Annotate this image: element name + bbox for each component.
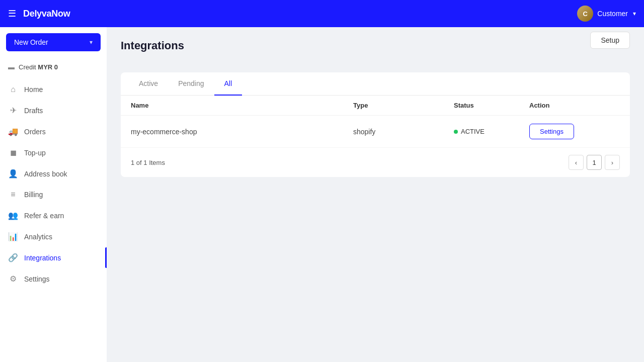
integrations-icon: 🔗	[8, 253, 18, 262]
row-type: shopify	[353, 128, 454, 136]
main-content: Integrations Setup Active Pending All Na…	[107, 27, 644, 362]
row-settings-button[interactable]: Settings	[529, 124, 574, 139]
sidebar-item-drafts[interactable]: ✈ Drafts	[0, 100, 107, 121]
sidebar-item-address-book[interactable]: 👤 Address book	[0, 163, 107, 184]
new-order-label: New Order	[14, 38, 48, 46]
sidebar-item-label: Integrations	[24, 254, 61, 262]
pagination-info: 1 of 1 Items	[131, 159, 165, 166]
refer-earn-icon: 👥	[8, 211, 18, 220]
sidebar-item-label: Top-up	[24, 149, 46, 157]
new-order-chevron-icon: ▾	[90, 39, 93, 46]
sidebar-item-refer-earn[interactable]: 👥 Refer & earn	[0, 205, 107, 226]
sidebar-item-label: Orders	[24, 128, 46, 136]
sidebar-nav: ⌂ Home ✈ Drafts 🚚 Orders ◼ Top-up 👤 Addr…	[0, 79, 107, 290]
tab-active[interactable]: Active	[129, 72, 168, 96]
address-book-icon: 👤	[8, 169, 18, 178]
sidebar-item-home[interactable]: ⌂ Home	[0, 79, 107, 100]
credit-bar: ▬ Credit MYR 0	[0, 59, 107, 79]
sidebar-item-label: Home	[24, 85, 43, 94]
page-title: Integrations	[121, 39, 184, 52]
credit-text: Credit MYR 0	[19, 63, 58, 71]
logo: DelyvaNow	[23, 9, 70, 19]
table-header: Name Type Status Action	[121, 96, 630, 116]
tabs: Active Pending All	[121, 72, 630, 96]
table-row: my-ecommerce-shop shopify ACTIVE Setting…	[121, 116, 630, 148]
sidebar-item-label: Address book	[24, 170, 67, 178]
sidebar-item-label: Refer & earn	[24, 212, 64, 220]
setup-button[interactable]: Setup	[590, 32, 630, 49]
avatar: C	[577, 6, 593, 22]
orders-icon: 🚚	[8, 127, 18, 136]
status-dot-icon	[454, 130, 458, 134]
sidebar-item-billing[interactable]: ≡ Billing	[0, 185, 107, 205]
prev-page-button[interactable]: ‹	[569, 155, 584, 170]
settings-icon: ⚙	[8, 274, 18, 284]
credit-icon: ▬	[8, 63, 15, 71]
col-status: Status	[454, 102, 529, 109]
sidebar-item-settings[interactable]: ⚙ Settings	[0, 268, 107, 289]
sidebar-item-label: Settings	[24, 275, 50, 283]
col-type: Type	[353, 102, 454, 109]
sidebar-item-label: Analytics	[24, 233, 52, 241]
status-badge: ACTIVE	[454, 128, 529, 135]
col-action: Action	[529, 102, 620, 109]
sidebar: New Order ▾ ▬ Credit MYR 0 ⌂ Home ✈ Draf…	[0, 27, 107, 362]
sidebar-item-integrations[interactable]: 🔗 Integrations	[0, 247, 107, 268]
tab-pending[interactable]: Pending	[168, 72, 214, 96]
header-left: ☰ DelyvaNow	[8, 8, 70, 19]
analytics-icon: 📊	[8, 232, 18, 241]
next-page-button[interactable]: ›	[605, 155, 620, 170]
menu-icon[interactable]: ☰	[8, 8, 16, 19]
billing-icon: ≡	[8, 190, 18, 199]
current-page-button[interactable]: 1	[587, 155, 602, 170]
action-cell: Settings	[529, 124, 620, 139]
drafts-icon: ✈	[8, 106, 18, 115]
header-right: C Customer ▾	[577, 6, 636, 22]
sidebar-item-label: Billing	[24, 191, 43, 199]
chevron-down-icon[interactable]: ▾	[633, 10, 636, 17]
topup-icon: ◼	[8, 148, 18, 157]
status-text: ACTIVE	[461, 128, 485, 135]
col-name: Name	[131, 102, 353, 109]
tab-all[interactable]: All	[214, 72, 243, 96]
home-icon: ⌂	[8, 85, 18, 94]
pagination-controls: ‹ 1 ›	[569, 155, 620, 170]
header: ☰ DelyvaNow C Customer ▾	[0, 0, 644, 27]
row-name: my-ecommerce-shop	[131, 128, 353, 136]
sidebar-item-label: Drafts	[24, 107, 43, 115]
integrations-card: Active Pending All Name Type Status Acti…	[121, 72, 630, 177]
sidebar-item-topup[interactable]: ◼ Top-up	[0, 142, 107, 163]
layout: New Order ▾ ▬ Credit MYR 0 ⌂ Home ✈ Draf…	[0, 27, 644, 362]
new-order-button[interactable]: New Order ▾	[6, 33, 101, 51]
customer-name: Customer	[597, 10, 628, 18]
sidebar-item-analytics[interactable]: 📊 Analytics	[0, 226, 107, 247]
sidebar-item-orders[interactable]: 🚚 Orders	[0, 121, 107, 142]
pagination: 1 of 1 Items ‹ 1 ›	[121, 148, 630, 177]
